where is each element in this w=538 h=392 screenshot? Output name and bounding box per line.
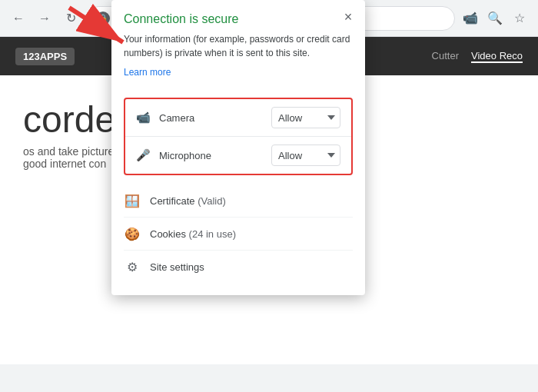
cookies-text: Cookies (24 in use) — [150, 228, 236, 240]
cookies-row[interactable]: 🍪 Cookies (24 in use) — [124, 218, 353, 251]
popup-title: Connection is secure — [124, 12, 353, 26]
microphone-select[interactable]: Allow Block Ask — [271, 145, 340, 166]
lock-icon: 🔒 — [96, 12, 110, 25]
security-popup: × Connection is secure Your information … — [111, 0, 365, 295]
camera-label: Camera — [159, 112, 271, 124]
microphone-label: Microphone — [159, 150, 271, 161]
certificate-icon: 🪟 — [124, 192, 141, 209]
nav-link-cutter[interactable]: Cutter — [432, 50, 459, 63]
site-settings-row[interactable]: ⚙ Site settings — [124, 251, 353, 283]
camera-icon-button[interactable]: 📹 — [460, 8, 481, 29]
site-settings-text: Site settings — [150, 261, 204, 273]
reload-button[interactable]: ↻ — [60, 8, 81, 29]
forward-button[interactable]: → — [34, 8, 55, 29]
camera-select[interactable]: Allow Block Ask — [271, 107, 340, 128]
popup-description: Your information (for example, passwords… — [124, 32, 353, 60]
cookies-icon: 🍪 — [124, 225, 141, 242]
bookmark-icon-button[interactable]: ☆ — [509, 8, 530, 29]
microphone-permission-row: 🎤 Microphone Allow Block Ask — [125, 137, 351, 174]
certificate-row[interactable]: 🪟 Certificate (Valid) — [124, 184, 353, 218]
info-rows: 🪟 Certificate (Valid) 🍪 Cookies (24 in u… — [124, 184, 353, 283]
camera-icon: 📹 — [136, 111, 151, 125]
toolbar-icons: 📹 🔍 ☆ — [460, 8, 530, 29]
page-nav-links: Cutter Video Reco — [432, 50, 523, 63]
camera-permission-row: 📹 Camera Allow Block Ask — [125, 99, 351, 137]
browser-window: ← → ↻ 🔒 webcamera.io 📹 🔍 ☆ 123APPS Cutte… — [0, 0, 538, 392]
popup-close-button[interactable]: × — [339, 8, 357, 26]
permissions-section: 📹 Camera Allow Block Ask 🎤 Microphone Al… — [124, 98, 353, 175]
zoom-icon-button[interactable]: 🔍 — [484, 8, 506, 29]
nav-link-video-recorder[interactable]: Video Reco — [471, 50, 523, 63]
app-label: 123APPS — [15, 48, 75, 65]
microphone-icon: 🎤 — [136, 148, 151, 162]
site-settings-icon: ⚙ — [124, 258, 141, 275]
back-button[interactable]: ← — [8, 8, 29, 29]
certificate-text: Certificate (Valid) — [150, 195, 226, 207]
learn-more-link[interactable]: Learn more — [124, 67, 171, 78]
